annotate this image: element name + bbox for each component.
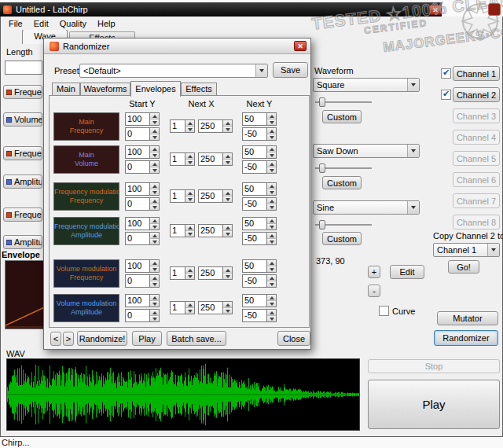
play-button[interactable]: Play <box>368 380 500 429</box>
start-y-top-spinner[interactable]: 100 <box>125 294 160 307</box>
channel-3-button[interactable]: Channel 3 <box>453 108 500 123</box>
next-y-top-spinner[interactable]: 50 <box>242 182 277 196</box>
spin-down-icon[interactable] <box>267 281 276 287</box>
channel-1-checkbox[interactable] <box>441 68 451 79</box>
spin-up-icon[interactable] <box>185 225 194 231</box>
next-y-bottom-spinner[interactable]: -50 <box>242 309 277 322</box>
spin-down-icon[interactable] <box>267 152 276 158</box>
next-y-top-spinner[interactable]: 50 <box>242 112 277 126</box>
start-y-bottom-spinner[interactable]: 0 <box>125 160 160 174</box>
next-y-top-spinner[interactable]: 50 <box>242 259 277 273</box>
next-y-top-spinner[interactable]: 50 <box>242 217 277 230</box>
channel-4-button[interactable]: Channel 4 <box>453 130 500 145</box>
spin-up-icon[interactable] <box>223 120 232 127</box>
spin-up-icon[interactable] <box>150 161 159 167</box>
spin-down-icon[interactable] <box>267 189 276 195</box>
spin-down-icon[interactable] <box>267 301 276 307</box>
spin-up-icon[interactable] <box>267 128 276 134</box>
go-button[interactable]: Go! <box>448 260 479 274</box>
dialog-tab-envelopes[interactable]: Envelopes <box>130 81 181 97</box>
spin-down-icon[interactable] <box>185 127 194 132</box>
copy-target-select[interactable]: Channel 1 <box>433 243 500 257</box>
stop-button[interactable]: Stop <box>368 359 500 373</box>
next-y-bottom-spinner[interactable]: -50 <box>242 160 277 174</box>
preset-select[interactable]: <Default> <box>79 64 268 78</box>
channel-7-button[interactable]: Channel 7 <box>453 193 500 208</box>
spin-down-icon[interactable] <box>185 160 194 165</box>
spin-down-icon[interactable] <box>267 316 276 321</box>
next-x-min-spinner[interactable]: 1 <box>170 301 195 314</box>
spin-up-icon[interactable] <box>150 295 159 301</box>
spin-up-icon[interactable] <box>223 153 232 160</box>
spin-up-icon[interactable] <box>267 146 276 152</box>
start-y-bottom-spinner[interactable]: 0 <box>125 232 160 245</box>
dialog-close-x-button[interactable] <box>294 41 307 51</box>
spin-up-icon[interactable] <box>223 302 232 308</box>
spin-down-icon[interactable] <box>150 189 159 195</box>
spin-down-icon[interactable] <box>150 119 159 125</box>
spin-up-icon[interactable] <box>267 260 276 266</box>
start-y-bottom-spinner[interactable]: 0 <box>125 274 160 288</box>
spin-down-icon[interactable] <box>150 281 159 287</box>
next-x-max-spinner[interactable]: 250 <box>198 301 233 314</box>
menu-quality[interactable]: Quality <box>54 17 92 30</box>
spin-down-icon[interactable] <box>267 167 276 173</box>
spin-up-icon[interactable] <box>223 267 232 274</box>
spin-up-icon[interactable] <box>267 198 276 204</box>
spin-up-icon[interactable] <box>150 275 159 281</box>
next-x-min-spinner[interactable]: 1 <box>170 152 195 166</box>
channel-5-button[interactable]: Channel 5 <box>453 151 500 166</box>
dialog-play-button[interactable]: Play <box>132 331 162 346</box>
spin-up-icon[interactable] <box>150 146 159 152</box>
spin-up-icon[interactable] <box>150 233 159 239</box>
spin-up-icon[interactable] <box>223 190 232 196</box>
next-y-bottom-spinner[interactable]: -50 <box>242 197 277 211</box>
zoom-out-button[interactable]: - <box>368 285 380 297</box>
spin-down-icon[interactable] <box>185 231 194 237</box>
save-preset-button[interactable]: Save <box>273 62 308 78</box>
spin-up-icon[interactable] <box>185 153 194 160</box>
spin-down-icon[interactable] <box>267 204 276 210</box>
next-y-top-spinner[interactable]: 50 <box>242 145 277 159</box>
spin-up-icon[interactable] <box>267 275 276 281</box>
spin-up-icon[interactable] <box>267 233 276 239</box>
spin-down-icon[interactable] <box>150 134 159 140</box>
spin-down-icon[interactable] <box>223 308 232 314</box>
spin-down-icon[interactable] <box>267 266 276 272</box>
next-x-min-spinner[interactable]: 1 <box>170 266 195 280</box>
next-x-min-spinner[interactable]: 1 <box>170 119 195 133</box>
spin-down-icon[interactable] <box>150 239 159 244</box>
spin-down-icon[interactable] <box>150 316 159 321</box>
next-x-max-spinner[interactable]: 250 <box>198 224 233 237</box>
spin-up-icon[interactable] <box>150 218 159 224</box>
spin-down-icon[interactable] <box>267 119 276 125</box>
spin-up-icon[interactable] <box>267 183 276 189</box>
channel-2-button[interactable]: Channel 2 <box>453 87 500 102</box>
spin-down-icon[interactable] <box>223 160 232 165</box>
spin-down-icon[interactable] <box>223 196 232 202</box>
start-y-bottom-spinner[interactable]: 0 <box>125 309 160 322</box>
spin-down-icon[interactable] <box>150 224 159 230</box>
next-x-min-spinner[interactable]: 1 <box>170 189 195 203</box>
spin-up-icon[interactable] <box>150 310 159 316</box>
next-y-bottom-spinner[interactable]: -50 <box>242 274 277 288</box>
next-y-top-spinner[interactable]: 50 <box>242 294 277 307</box>
spin-up-icon[interactable] <box>267 113 276 119</box>
channel-8-button[interactable]: Channel 8 <box>453 215 500 230</box>
next-y-bottom-spinner[interactable]: -50 <box>242 127 277 141</box>
spin-up-icon[interactable] <box>267 295 276 301</box>
next-x-max-spinner[interactable]: 250 <box>198 152 233 166</box>
spin-down-icon[interactable] <box>150 301 159 307</box>
next-x-max-spinner[interactable]: 250 <box>198 189 233 203</box>
dialog-titlebar[interactable]: Randomizer <box>44 39 310 54</box>
spin-up-icon[interactable] <box>185 120 194 127</box>
dialog-tab-main[interactable]: Main <box>52 83 80 96</box>
next-x-max-spinner[interactable]: 250 <box>198 266 233 280</box>
spin-up-icon[interactable] <box>150 183 159 189</box>
spin-up-icon[interactable] <box>150 260 159 266</box>
spin-down-icon[interactable] <box>150 204 159 210</box>
start-y-top-spinner[interactable]: 100 <box>125 112 160 126</box>
menu-file[interactable]: File <box>3 17 28 30</box>
titlebar[interactable]: Untitled - LabChirp <box>0 2 442 17</box>
menu-help[interactable]: Help <box>92 17 121 30</box>
